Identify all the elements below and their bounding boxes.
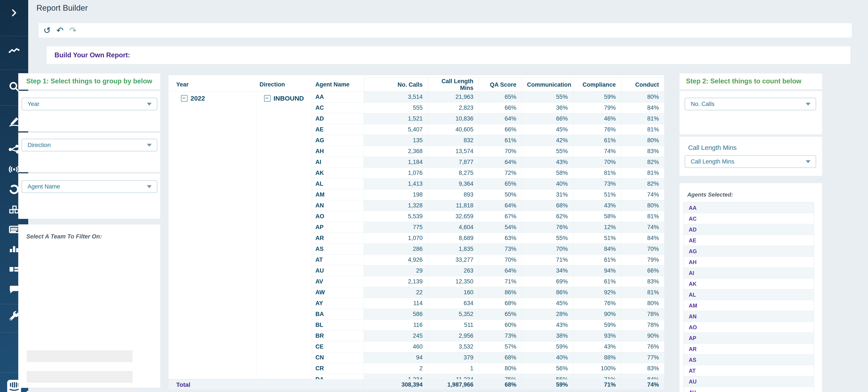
agent-list-item[interactable]: AI xyxy=(684,268,814,278)
cell-conduct: 66% xyxy=(621,265,664,276)
cell-qa: 67% xyxy=(479,211,522,222)
cell-no_calls: 29 xyxy=(364,265,428,276)
agent-list-item[interactable]: AC xyxy=(684,213,814,224)
cell-no_calls: 4,926 xyxy=(364,254,428,265)
total-label: Total xyxy=(168,380,364,390)
cell-conduct: 83% xyxy=(621,363,664,374)
cell-compliance: 61% xyxy=(573,254,621,265)
col-header-direction[interactable]: Direction xyxy=(256,78,312,92)
report-table: Year Direction Agent Name No. Calls Call… xyxy=(168,78,664,390)
toolbar: ↺ ↶ ↷ xyxy=(39,23,852,37)
cell-compliance: 12% xyxy=(573,222,621,233)
cell-compliance: 43% xyxy=(573,341,621,352)
cell-conduct: 81% xyxy=(621,113,664,124)
agent-list-item[interactable]: AL xyxy=(684,289,814,300)
total-communication: 59% xyxy=(522,380,573,390)
agent-list-item[interactable]: AE xyxy=(684,235,814,246)
cell-call_length: 832 xyxy=(428,135,479,146)
agent-name-cell: AM xyxy=(312,189,364,200)
cell-call_length: 1,835 xyxy=(428,244,479,254)
agent-list-item[interactable]: AM xyxy=(684,300,814,311)
cell-call_length: 33,277 xyxy=(428,254,479,265)
cell-communication: 43% xyxy=(522,157,573,168)
agent-list-item[interactable]: AS xyxy=(684,355,814,365)
cell-no_calls: 775 xyxy=(364,222,428,233)
agent-list-item[interactable]: AT xyxy=(684,365,814,376)
chevron-down-icon xyxy=(147,144,152,147)
col-header-qa-score[interactable]: QA Score xyxy=(479,78,522,92)
cell-no_calls: 2,139 xyxy=(364,276,428,287)
cell-communication: 38% xyxy=(522,331,573,341)
cell-communication: 71% xyxy=(522,254,573,265)
col-header-conduct[interactable]: Conduct xyxy=(621,78,664,92)
agents-selected-label: Agents Selected: xyxy=(687,191,822,198)
agent-name-cell: AR xyxy=(312,233,364,244)
agent-list-item[interactable]: AD xyxy=(684,224,814,235)
col-header-call-length[interactable]: Call Length Mins xyxy=(428,78,479,92)
cell-qa: 61% xyxy=(479,135,522,146)
cell-qa: 66% xyxy=(479,124,522,135)
agent-list-item[interactable]: AR xyxy=(684,343,814,355)
agent-dropdown-value: Agent Name xyxy=(28,183,60,190)
cell-no_calls: 5,407 xyxy=(364,124,428,135)
team-filter-label: Select A Team To Filter On: xyxy=(26,233,160,240)
agent-name-cell: AO xyxy=(312,211,364,222)
chevron-right-icon[interactable] xyxy=(10,8,19,18)
agent-list-item[interactable]: AH xyxy=(684,257,814,268)
cell-call_length: 9,364 xyxy=(428,178,479,189)
cell-call_length: 10,836 xyxy=(428,113,479,124)
cell-compliance: 51% xyxy=(573,189,621,200)
agent-list-item[interactable]: AU xyxy=(684,376,814,387)
col-header-year[interactable]: Year xyxy=(168,78,256,92)
agent-list-item[interactable]: AA xyxy=(684,202,814,213)
year-group-cell-label: 2022 xyxy=(190,95,205,102)
redo-icon[interactable]: ↷ xyxy=(69,26,76,35)
agent-name-cell: AU xyxy=(312,265,364,276)
reset-icon[interactable]: ↺ xyxy=(43,26,51,35)
cell-conduct: 76% xyxy=(621,341,664,352)
cell-conduct: 84% xyxy=(621,103,664,113)
col-header-no-calls[interactable]: No. Calls xyxy=(364,78,428,92)
agent-list-item[interactable]: AK xyxy=(684,278,814,289)
col-header-communication[interactable]: Communication xyxy=(522,78,573,92)
col-header-agent-name[interactable]: Agent Name xyxy=(312,78,364,92)
undo-icon[interactable]: ↶ xyxy=(56,26,64,35)
no-calls-dropdown[interactable]: No. Calls xyxy=(685,98,816,110)
agent-name-cell: AC xyxy=(312,103,364,113)
cell-qa: 63% xyxy=(479,233,522,244)
collapse-icon[interactable] xyxy=(264,95,271,102)
cell-qa: 66% xyxy=(479,103,522,113)
cell-no_calls: 2 xyxy=(364,363,428,374)
cell-call_length: 12,350 xyxy=(428,276,479,287)
agent-list-item[interactable]: AV xyxy=(684,387,814,392)
cell-conduct: 74% xyxy=(621,189,664,200)
agent-list-item[interactable]: AG xyxy=(684,246,814,257)
agent-list-item[interactable]: AN xyxy=(684,311,814,322)
cell-communication: 55% xyxy=(522,374,573,380)
agent-name-dropdown[interactable]: Agent Name xyxy=(22,180,157,193)
cell-call_length: 2,956 xyxy=(428,331,479,341)
direction-dropdown[interactable]: Direction xyxy=(22,139,157,151)
cell-compliance: 92% xyxy=(573,287,621,298)
cell-communication: 43% xyxy=(522,320,573,331)
cell-compliance: 79% xyxy=(573,103,621,113)
col-header-compliance[interactable]: Compliance xyxy=(573,78,621,92)
call-length-dropdown[interactable]: Call Length Mins xyxy=(685,155,816,168)
agent-name-cell: AS xyxy=(312,244,364,254)
page-title: Report Builder xyxy=(36,3,88,12)
cell-conduct: 78% xyxy=(621,309,664,320)
banner-label: Build Your Own Report: xyxy=(55,51,130,59)
agents-selected-list: AAACADAEAGAHAIAKALAMANAOAPARASATAUAV xyxy=(683,202,814,392)
cell-qa: 64% xyxy=(479,113,522,124)
agent-list-item[interactable]: AO xyxy=(684,322,814,333)
cell-communication: 34% xyxy=(522,265,573,276)
collapse-icon[interactable] xyxy=(181,95,187,102)
year-dropdown[interactable]: Year xyxy=(22,98,157,110)
cell-compliance: 88% xyxy=(573,352,621,363)
cell-conduct: 74% xyxy=(621,222,664,233)
agent-list-item[interactable]: AP xyxy=(684,333,814,343)
cell-compliance: 100% xyxy=(573,363,621,374)
cell-no_calls: 116 xyxy=(364,320,428,331)
cell-communication: 55% xyxy=(522,146,573,157)
trend-line-icon[interactable] xyxy=(8,45,20,57)
